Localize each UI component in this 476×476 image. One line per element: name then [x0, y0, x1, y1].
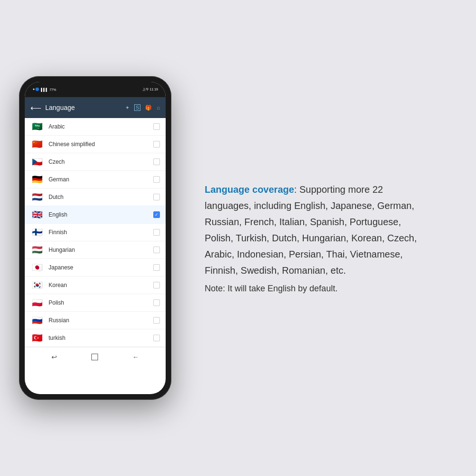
bottom-nav: ↩ ←: [25, 347, 166, 366]
header-icon-home[interactable]: ⌂: [157, 105, 160, 110]
checkbox-chinese[interactable]: [153, 141, 160, 148]
info-paragraph-6: Finnish, Swedish, Romanian, etc.: [205, 262, 447, 278]
checkbox-dutch[interactable]: [153, 194, 160, 200]
flag-polish: 🇵🇱: [30, 298, 44, 307]
checkbox-arabic[interactable]: [153, 123, 160, 130]
language-item-german[interactable]: 🇩🇪 German: [25, 171, 166, 188]
checkbox-hungarian[interactable]: [153, 247, 160, 253]
info-paragraph-1: Language coverage: Supporting more 22: [205, 181, 447, 198]
app-header: ⟵ Language ✦ S 🎁 ⌂: [25, 97, 166, 118]
lang-name-english: English: [49, 211, 149, 218]
lang-name-finnish: Finnish: [49, 229, 149, 236]
flag-german: 🇩🇪: [30, 175, 44, 184]
phone-mockup: ✦🔵 ▌▌▌ 77% 上午 11:19 ⟵ Language ✦ S 🎁 ⌂: [19, 76, 171, 400]
info-note: Note: It will take English by default.: [205, 282, 447, 295]
status-right: 上午 11:19: [142, 87, 158, 92]
nav-back[interactable]: ←: [132, 353, 139, 361]
nav-home[interactable]: [91, 354, 98, 360]
info-paragraph-5: Arabic, Indonesian, Persian, Thai, Vietn…: [205, 246, 447, 262]
lang-name-arabic: Arabic: [49, 123, 149, 130]
language-item-dutch[interactable]: 🇳🇱 Dutch: [25, 188, 166, 206]
flag-arabic: 🇸🇦: [30, 122, 44, 131]
lang-name-hungarian: Hungarian: [49, 247, 149, 253]
status-left: ✦🔵 ▌▌▌ 77%: [32, 88, 56, 91]
flag-korean: 🇰🇷: [30, 280, 44, 290]
flag-chinese: 🇨🇳: [30, 139, 44, 149]
language-item-czech[interactable]: 🇨🇿 Czech: [25, 153, 166, 171]
checkbox-japanese[interactable]: [153, 264, 160, 271]
flag-turkish: 🇹🇷: [30, 333, 44, 343]
info-heading-bold: Language coverage: [205, 184, 294, 195]
header-icon-gift[interactable]: 🎁: [145, 105, 152, 111]
language-item-arabic[interactable]: 🇸🇦 Arabic: [25, 118, 166, 136]
lang-name-polish: Polish: [49, 299, 149, 306]
lang-name-dutch: Dutch: [49, 194, 149, 200]
lang-name-japanese: Japanese: [49, 264, 149, 271]
status-bluetooth: ✦🔵: [32, 88, 40, 91]
checkbox-korean[interactable]: [153, 282, 160, 288]
language-item-english[interactable]: 🇬🇧 English: [25, 206, 166, 224]
language-list: 🇸🇦 Arabic 🇨🇳 Chinese simplified 🇨🇿 Czech…: [25, 118, 166, 347]
language-item-russian[interactable]: 🇷🇺 Russian: [25, 312, 166, 329]
header-icon-bluetooth[interactable]: ✦: [125, 105, 129, 111]
flag-dutch: 🇳🇱: [30, 192, 44, 202]
lang-name-czech: Czech: [49, 159, 149, 165]
status-time: 上午 11:19: [142, 87, 158, 92]
language-item-finnish[interactable]: 🇫🇮 Finnish: [25, 224, 166, 241]
info-heading-colon: : Supporting more 22: [294, 184, 383, 195]
info-paragraph-4: Polish, Turkish, Dutch, Hungarian, Korea…: [205, 230, 447, 246]
info-paragraph-2: languages, including English, Japanese, …: [205, 198, 447, 214]
language-item-chinese[interactable]: 🇨🇳 Chinese simplified: [25, 136, 166, 153]
language-item-hungarian[interactable]: 🇭🇺 Hungarian: [25, 241, 166, 259]
lang-name-turkish: turkish: [49, 335, 149, 341]
phone-inner: ✦🔵 ▌▌▌ 77% 上午 11:19 ⟵ Language ✦ S 🎁 ⌂: [25, 82, 166, 394]
checkbox-turkish[interactable]: [153, 335, 160, 341]
checkbox-russian[interactable]: [153, 317, 160, 324]
language-item-turkish[interactable]: 🇹🇷 turkish: [25, 329, 166, 347]
language-item-polish[interactable]: 🇵🇱 Polish: [25, 294, 166, 312]
flag-finnish: 🇫🇮: [30, 228, 44, 237]
checkbox-finnish[interactable]: [153, 229, 160, 236]
status-signal: ▌▌▌: [41, 88, 48, 91]
flag-hungarian: 🇭🇺: [30, 245, 44, 255]
lang-name-german: German: [49, 176, 149, 183]
checkbox-polish[interactable]: [153, 299, 160, 306]
app-header-title: Language: [45, 104, 121, 111]
flag-russian: 🇷🇺: [30, 316, 44, 325]
header-icon-s[interactable]: S: [134, 104, 140, 111]
checkbox-czech[interactable]: [153, 159, 160, 165]
lang-name-korean: Korean: [49, 282, 149, 288]
info-panel: Language coverage: Supporting more 22 la…: [181, 181, 447, 295]
lang-name-russian: Russian: [49, 317, 149, 324]
language-item-japanese[interactable]: 🇯🇵 Japanese: [25, 259, 166, 277]
flag-czech: 🇨🇿: [30, 157, 44, 167]
header-icons: ✦ S 🎁 ⌂: [125, 104, 160, 111]
checkbox-english[interactable]: [153, 211, 160, 218]
back-button[interactable]: ⟵: [30, 103, 41, 112]
flag-japanese: 🇯🇵: [30, 263, 44, 272]
status-battery-percent: 77%: [50, 88, 56, 91]
language-item-korean[interactable]: 🇰🇷 Korean: [25, 277, 166, 294]
flag-english: 🇬🇧: [30, 210, 44, 219]
nav-recent-apps[interactable]: ↩: [51, 353, 57, 361]
checkbox-german[interactable]: [153, 176, 160, 183]
status-bar: ✦🔵 ▌▌▌ 77% 上午 11:19: [25, 82, 166, 97]
lang-name-chinese: Chinese simplified: [49, 141, 149, 148]
page-container: ✦🔵 ▌▌▌ 77% 上午 11:19 ⟵ Language ✦ S 🎁 ⌂: [0, 0, 476, 476]
info-paragraph-3: Russian, French, Italian, Spanish, Portu…: [205, 214, 447, 230]
